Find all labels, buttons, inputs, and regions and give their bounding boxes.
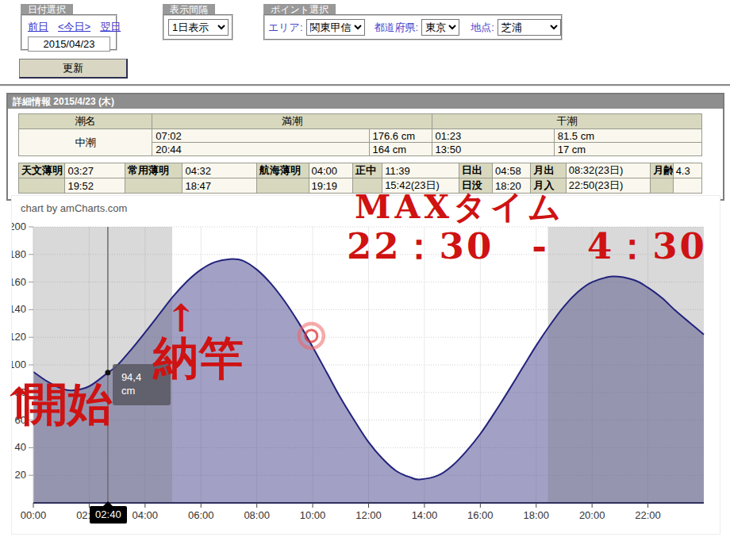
page: { "date_panel": { "legend": "日付選択", "pre…	[0, 0, 730, 560]
x-tick-label: 06:00	[188, 509, 214, 521]
x-tick-label: 10:00	[300, 509, 326, 521]
cursor-data-dot	[105, 370, 110, 375]
pref-select[interactable]: 東京	[421, 19, 459, 36]
astro-row-1: 天文薄明03:27常用薄明04:32航海薄明04:00正中11:39日出04:5…	[19, 163, 702, 178]
high-tide-header: 満潮	[152, 114, 432, 129]
astro-value-cell: 11:39	[382, 163, 459, 178]
low-tide-time-1: 01:23	[432, 129, 554, 143]
prev-day-link[interactable]: 前日	[28, 20, 48, 34]
y-tick-label: 160	[12, 276, 26, 288]
x-tick-label: 22:00	[635, 509, 661, 521]
astro-label-cell	[257, 178, 309, 194]
astro-label-cell: 航海薄明	[257, 163, 309, 178]
tide-table-header-row: 潮名 満潮 干潮	[19, 114, 702, 129]
astro-label-cell	[19, 178, 65, 194]
table-row: 中潮 07:02 176.6 cm 01:23 81.5 cm	[19, 129, 702, 143]
tide-table: 潮名 満潮 干潮 中潮 07:02 176.6 cm 01:23 81.5 cm…	[18, 113, 702, 156]
update-button[interactable]: 更新	[19, 59, 128, 79]
tide-chart-panel: chart by amCharts.com 204060801001201401…	[11, 195, 720, 535]
annotation-start-label: 開始	[22, 378, 113, 429]
low-tide-header: 干潮	[432, 114, 701, 129]
x-tick-label: 18:00	[523, 509, 549, 521]
today-link[interactable]: <今日>	[58, 20, 90, 34]
detail-panel: 詳細情報 2015/4/23 (木) 潮名 満潮 干潮 中潮 07:02 176…	[6, 93, 724, 201]
astro-label-cell: 常用薄明	[125, 163, 182, 178]
spot-select[interactable]: 芝浦	[498, 19, 561, 36]
low-tide-height-2: 17 cm	[554, 143, 701, 156]
astro-label-cell: 月出	[531, 163, 566, 178]
tide-name-value: 中潮	[19, 129, 152, 156]
tide-name-header: 潮名	[19, 114, 152, 129]
high-tide-height-2: 164 cm	[369, 143, 432, 156]
night-band	[548, 227, 704, 503]
astro-value-cell: 04:32	[182, 163, 257, 178]
divider	[0, 84, 730, 86]
pref-label: 都道府県:	[375, 21, 419, 35]
high-tide-time-1: 07:02	[152, 129, 369, 143]
astro-value-cell: 22:50(23日)	[566, 178, 651, 194]
astro-label-cell: 月齢	[651, 163, 673, 178]
astro-value-cell: 08:32(23日)	[566, 163, 651, 178]
astro-value-cell: 04:58	[493, 163, 531, 178]
area-select[interactable]: 関東甲信	[306, 19, 365, 36]
x-tick-label: 00:00	[21, 509, 47, 521]
high-tide-height-1: 176.6 cm	[369, 129, 432, 143]
astro-value-cell: 4.3	[673, 163, 701, 178]
astro-label-cell: 天文薄明	[19, 163, 65, 178]
x-tick-label: 14:00	[412, 509, 438, 521]
y-tick-label: 120	[12, 331, 26, 343]
y-tick-label: 200	[12, 221, 26, 232]
interval-select[interactable]: 1日表示	[168, 19, 229, 36]
x-tick-label: 20:00	[579, 509, 605, 521]
area-label: エリア:	[268, 21, 303, 35]
low-tide-time-2: 13:50	[432, 143, 554, 156]
interval-panel: 1日表示	[163, 14, 233, 40]
detail-panel-title: 詳細情報 2015/4/23 (木)	[8, 94, 723, 109]
astro-label-cell	[125, 178, 182, 194]
astro-label-cell: 日出	[459, 163, 492, 178]
date-input[interactable]	[28, 36, 110, 52]
astro-value-cell: 19:52	[65, 178, 125, 194]
spot-label: 地点:	[471, 21, 494, 35]
astro-value-cell	[673, 178, 701, 194]
x-tick-label: 16:00	[467, 509, 494, 521]
point-panel: エリア: 関東甲信 都道府県: 東京 地点: 芝浦	[263, 14, 563, 40]
cursor-time-balloon: 02:40	[90, 506, 127, 524]
next-day-link[interactable]: 翌日	[100, 20, 121, 34]
y-tick-label: 40	[15, 441, 26, 453]
tooltip-unit: cm	[121, 384, 171, 397]
x-tick-label: 04:00	[133, 509, 159, 521]
low-tide-height-1: 81.5 cm	[554, 129, 701, 143]
x-tick-label: 12:00	[355, 509, 382, 521]
annotation-max-time-title: MAXタイム	[355, 188, 565, 226]
annotation-max-time-range: 22：30 - 4：30	[347, 227, 707, 267]
y-tick-label: 180	[12, 248, 26, 260]
astro-value-cell: 19:19	[309, 178, 352, 194]
x-tick-label: 08:00	[244, 509, 270, 521]
annotation-end-label: 納竿	[153, 332, 244, 383]
astro-value-cell: 18:47	[182, 178, 257, 194]
y-tick-label: 100	[12, 359, 26, 370]
astro-value-cell: 04:00	[309, 163, 352, 178]
astro-label-cell: 正中	[352, 163, 382, 178]
y-tick-label: 20	[15, 469, 26, 481]
high-tide-time-2: 20:44	[152, 143, 369, 156]
amcharts-credit: chart by amCharts.com	[21, 202, 127, 214]
astro-label-cell	[651, 178, 673, 194]
date-panel: 前日 <今日> 翌日	[21, 14, 117, 51]
astro-value-cell: 03:27	[65, 163, 125, 178]
y-tick-label: 140	[12, 303, 26, 315]
